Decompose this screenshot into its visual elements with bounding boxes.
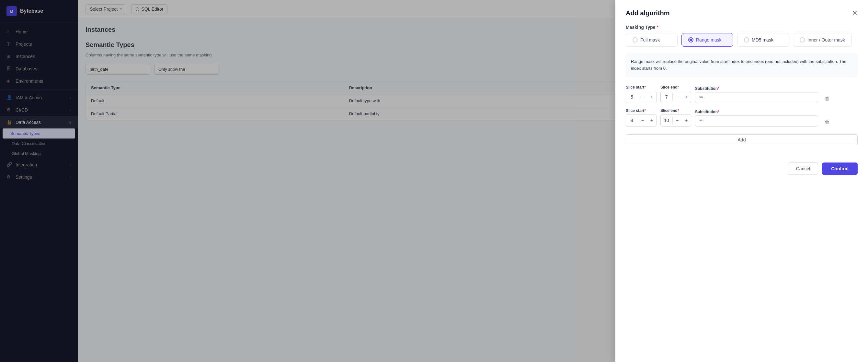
masking-type-section: Masking Type * Full mask Range mask MD5 … — [626, 25, 858, 53]
cancel-button[interactable]: Cancel — [788, 163, 818, 175]
add-slice-row-button[interactable]: Add — [626, 134, 858, 145]
add-algorithm-modal: Add algorithm ✕ Masking Type * Full mask… — [615, 0, 868, 362]
slice-row-2: Slice start* 8 − + Slice end* 10 − + Sub… — [626, 108, 858, 127]
slice-end-field-2: Slice end* 10 − + — [660, 108, 691, 127]
radio-dot-range — [688, 37, 693, 43]
slice-end-increment-2[interactable]: + — [682, 114, 691, 126]
modal-close-button[interactable]: ✕ — [852, 9, 858, 17]
slice-start-value-2: 8 — [626, 115, 638, 126]
slice-start-field-2: Slice start* 8 − + — [626, 108, 656, 127]
confirm-button[interactable]: Confirm — [822, 163, 858, 175]
slice-end-value-1: 7 — [661, 92, 672, 102]
substitution-field-2: Substitution* — [695, 110, 818, 127]
slice-end-field-1: Slice end* 7 − + — [660, 85, 691, 103]
slice-end-increment-1[interactable]: + — [682, 91, 691, 103]
slice-start-increment-2[interactable]: + — [647, 114, 656, 126]
radio-dot-md5 — [744, 37, 749, 43]
modal-footer: Cancel Confirm — [626, 156, 858, 175]
radio-dot-inner-outer — [800, 37, 805, 43]
option-md5-mask[interactable]: MD5 mask — [737, 33, 789, 47]
inner-outer-mask-label: Inner / Outer mask — [807, 37, 845, 43]
option-inner-outer-mask[interactable]: Inner / Outer mask — [793, 33, 852, 47]
masking-type-options: Full mask Range mask MD5 mask Inner / Ou… — [626, 33, 858, 47]
required-marker: * — [656, 25, 658, 30]
slice-end-input-2: 10 − + — [660, 114, 691, 127]
delete-slice-row-2[interactable]: 🗑 — [822, 118, 832, 127]
slice-row-1: Slice start* 5 − + Slice end* 7 − + Subs… — [626, 85, 858, 103]
slice-end-label-2: Slice end* — [660, 108, 691, 113]
slice-start-input-2: 8 − + — [626, 114, 656, 127]
modal-title: Add algorithm — [626, 9, 670, 17]
substitution-label-1: Substitution* — [695, 86, 818, 91]
slice-end-decrement-1[interactable]: − — [673, 91, 682, 103]
modal-header: Add algorithm ✕ — [626, 9, 858, 17]
option-full-mask[interactable]: Full mask — [626, 33, 678, 47]
slice-start-increment-1[interactable]: + — [647, 91, 656, 103]
md5-mask-label: MD5 mask — [752, 37, 773, 43]
delete-slice-row-1[interactable]: 🗑 — [822, 95, 832, 103]
slice-start-label-2: Slice start* — [626, 108, 656, 113]
substitution-input-1[interactable] — [695, 92, 818, 103]
range-mask-label: Range mask — [696, 37, 722, 43]
range-description: Range mask will replace the original val… — [626, 53, 858, 77]
slice-start-input-1: 5 − + — [626, 91, 656, 103]
slice-end-input-1: 7 − + — [660, 91, 691, 103]
option-range-mask[interactable]: Range mask — [681, 33, 733, 47]
substitution-field-1: Substitution* — [695, 86, 818, 103]
slice-start-decrement-2[interactable]: − — [638, 114, 647, 126]
slice-end-value-2: 10 — [661, 115, 672, 126]
radio-dot-full — [632, 37, 638, 43]
substitution-label-2: Substitution* — [695, 110, 818, 114]
slice-end-label-1: Slice end* — [660, 85, 691, 89]
slice-start-decrement-1[interactable]: − — [638, 91, 647, 103]
full-mask-label: Full mask — [640, 37, 660, 43]
slice-start-label-1: Slice start* — [626, 85, 656, 89]
substitution-input-2[interactable] — [695, 115, 818, 127]
slice-start-field-1: Slice start* 5 − + — [626, 85, 656, 103]
masking-type-label: Masking Type * — [626, 25, 858, 30]
slice-start-value-1: 5 — [626, 92, 638, 102]
slice-end-decrement-2[interactable]: − — [673, 114, 682, 126]
